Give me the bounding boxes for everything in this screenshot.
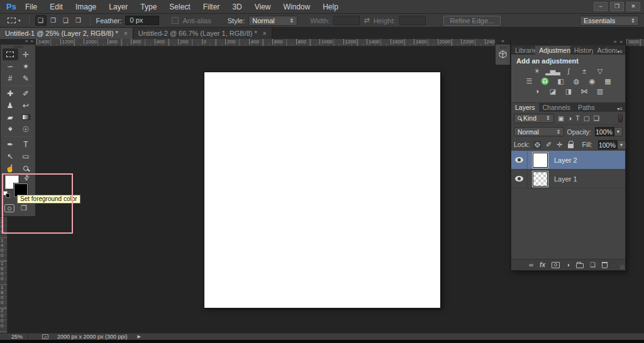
color-lookup-icon[interactable]: ▦ bbox=[602, 77, 613, 85]
posterize-icon[interactable]: ◪ bbox=[547, 87, 558, 95]
new-group-icon[interactable] bbox=[576, 263, 584, 268]
swap-dimensions-icon[interactable]: ⇄ bbox=[364, 16, 369, 24]
panel-tab-layers[interactable]: Layers bbox=[511, 103, 539, 112]
lasso-tool[interactable]: ∽ bbox=[3, 60, 18, 72]
layer-thumbnail[interactable] bbox=[533, 153, 548, 168]
add-to-selection-mode[interactable]: ❐ bbox=[48, 15, 59, 26]
close-button[interactable]: ✕ bbox=[626, 2, 640, 11]
panel-tab-paths[interactable]: Paths bbox=[574, 103, 599, 112]
fill-input[interactable]: 100% bbox=[598, 140, 618, 150]
document-tab-2[interactable]: Untitled-2 @ 66.7% (Layer 1, RGB/8) *× bbox=[133, 28, 272, 39]
refine-edge-button[interactable]: Refine Edge... bbox=[443, 16, 501, 26]
anti-alias-checkbox[interactable] bbox=[172, 17, 179, 24]
layer-style-icon[interactable]: fx bbox=[540, 261, 545, 268]
rectangular-marquee-tool[interactable] bbox=[3, 48, 18, 60]
feather-input[interactable]: 0 px bbox=[125, 16, 159, 25]
height-input[interactable] bbox=[399, 16, 426, 25]
minimize-button[interactable]: – bbox=[594, 2, 608, 11]
expand-dock-icon[interactable]: « bbox=[501, 38, 504, 45]
layer-row[interactable]: Layer 1 bbox=[511, 170, 625, 188]
pen-tool[interactable]: ✒ bbox=[3, 138, 18, 150]
history-brush-tool[interactable]: ↩ bbox=[18, 99, 34, 111]
panel-tab-channels[interactable]: Channels bbox=[539, 103, 574, 112]
3d-panel-button[interactable] bbox=[495, 45, 511, 65]
layer-row[interactable]: Layer 2 bbox=[511, 151, 625, 170]
selective-color-icon[interactable]: ▥ bbox=[594, 87, 605, 95]
menu-layer[interactable]: Layer bbox=[103, 0, 134, 14]
menu-image[interactable]: Image bbox=[69, 0, 103, 14]
link-layers-icon[interactable]: ∞ bbox=[529, 261, 533, 268]
layer-thumbnail[interactable] bbox=[533, 172, 548, 187]
intersect-selection-mode[interactable]: ❒ bbox=[73, 15, 84, 26]
chevron-down-icon[interactable]: ▼ bbox=[618, 140, 626, 150]
filter-image-icon[interactable]: ▣ bbox=[558, 114, 564, 122]
brush-tool[interactable]: ✐ bbox=[18, 87, 34, 99]
channel-mixer-icon[interactable]: ◉ bbox=[587, 77, 597, 85]
lock-transparency-icon[interactable] bbox=[534, 141, 541, 148]
spot-healing-brush-tool[interactable]: ✚ bbox=[3, 87, 18, 99]
menu-file[interactable]: File bbox=[19, 0, 43, 14]
visibility-cell[interactable] bbox=[511, 151, 528, 169]
lock-all-icon[interactable] bbox=[568, 144, 574, 148]
chevron-down-icon[interactable]: ▼ bbox=[614, 127, 623, 136]
blend-mode-dropdown[interactable]: Normal ⇕ bbox=[514, 127, 564, 136]
document-canvas[interactable] bbox=[204, 72, 440, 308]
filter-type-icon[interactable]: T bbox=[575, 114, 579, 122]
threshold-icon[interactable]: ◨ bbox=[563, 87, 574, 95]
zoom-level-field[interactable]: 25% bbox=[11, 334, 23, 340]
invert-icon[interactable]: ◑ bbox=[531, 87, 542, 95]
type-tool[interactable]: T bbox=[18, 138, 34, 150]
crop-tool[interactable]: # bbox=[3, 72, 18, 84]
close-tab-icon[interactable]: × bbox=[263, 30, 267, 37]
collapse-panel-icon[interactable]: « bbox=[25, 38, 28, 45]
curves-icon[interactable]: ∫ bbox=[563, 67, 574, 75]
vibrance-icon[interactable]: ▽ bbox=[594, 67, 605, 75]
menu-select[interactable]: Select bbox=[163, 0, 196, 14]
style-dropdown[interactable]: Normal ⇕ bbox=[248, 16, 297, 26]
menu-view[interactable]: View bbox=[248, 0, 277, 14]
magic-wand-tool[interactable]: ✶ bbox=[18, 60, 34, 72]
width-input[interactable] bbox=[333, 16, 360, 25]
filter-smart-object-icon[interactable]: ❏ bbox=[594, 114, 599, 122]
lock-position-icon[interactable]: ✛ bbox=[557, 141, 562, 149]
delete-layer-icon[interactable] bbox=[602, 262, 608, 268]
visibility-cell[interactable] bbox=[511, 170, 528, 188]
workspace-dropdown[interactable]: Essentials ⇕ bbox=[580, 16, 639, 26]
gradient-map-icon[interactable]: ⋈ bbox=[579, 87, 589, 95]
close-panels-icon[interactable]: × bbox=[619, 39, 623, 45]
dodge-tool[interactable]: ☉ bbox=[18, 123, 34, 135]
clone-stamp-tool[interactable]: ♟ bbox=[3, 99, 18, 111]
opacity-input[interactable]: 100% bbox=[595, 127, 614, 136]
new-selection-mode[interactable]: ❏ bbox=[35, 15, 47, 26]
hand-tool[interactable]: ☝ bbox=[3, 162, 18, 174]
gradient-tool[interactable] bbox=[18, 111, 34, 123]
brightness-contrast-icon[interactable]: ☀ bbox=[531, 67, 542, 75]
new-layer-icon[interactable]: ❏ bbox=[590, 261, 596, 268]
levels-icon[interactable]: ▂▅▃ bbox=[547, 67, 558, 75]
collapse-panels-icon[interactable]: « bbox=[614, 39, 616, 45]
eyedropper-tool[interactable]: ✎ bbox=[18, 72, 34, 84]
status-options-arrow-icon[interactable]: ▶ bbox=[138, 334, 141, 339]
exposure-icon[interactable]: ± bbox=[579, 67, 589, 75]
kind-filter-dropdown[interactable]: Kind ⇕ bbox=[514, 114, 554, 123]
panel-resize-grip[interactable] bbox=[620, 265, 625, 270]
panel-tab-actions[interactable]: Actions bbox=[593, 46, 617, 55]
lock-image-icon[interactable]: ✐ bbox=[546, 141, 552, 149]
menu-type[interactable]: Type bbox=[134, 0, 163, 14]
rectangle-tool[interactable]: ▭ bbox=[18, 150, 34, 162]
panel-menu-icon[interactable]: ▾≡ bbox=[617, 49, 623, 55]
filter-adjustment-icon[interactable]: ◑ bbox=[568, 114, 572, 122]
tool-preset-picker[interactable]: ▾ bbox=[5, 18, 23, 23]
photo-filter-icon[interactable]: ◍ bbox=[571, 77, 582, 85]
document-tab-1[interactable]: Untitled-1 @ 25% (Layer 2, RGB/8) *× bbox=[0, 28, 133, 39]
menu-window[interactable]: Window bbox=[277, 0, 317, 14]
menu-edit[interactable]: Edit bbox=[43, 0, 69, 14]
color-balance-icon[interactable]: ♎ bbox=[540, 77, 550, 85]
hue-saturation-icon[interactable]: ☰ bbox=[524, 77, 535, 85]
close-panel-icon[interactable]: × bbox=[30, 38, 33, 45]
panel-tab-librarie[interactable]: Librarie bbox=[511, 46, 535, 55]
add-layer-mask-icon[interactable] bbox=[552, 262, 560, 268]
menu-help[interactable]: Help bbox=[316, 0, 345, 14]
eraser-tool[interactable]: ▰ bbox=[3, 111, 18, 123]
subtract-from-selection-mode[interactable]: ❑ bbox=[60, 15, 72, 26]
